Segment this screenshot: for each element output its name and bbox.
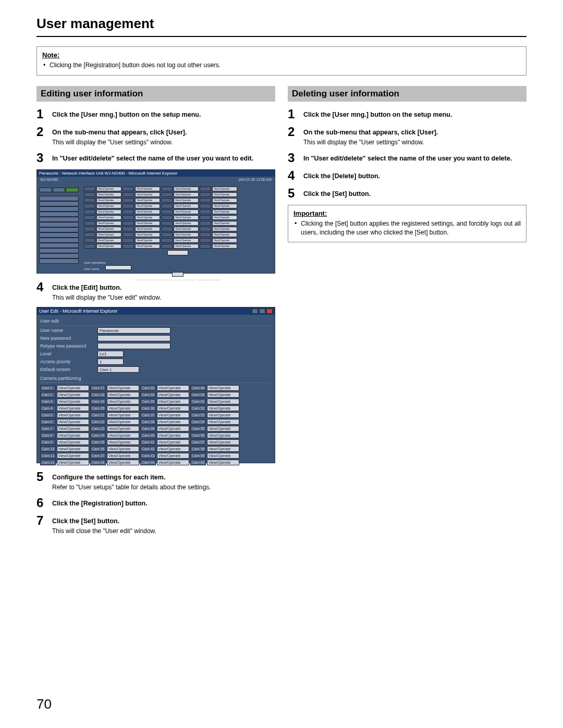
tab-cam[interactable]	[53, 188, 66, 192]
cam-permission-select[interactable]: View/Operate	[212, 209, 237, 214]
close-icon[interactable]	[266, 309, 273, 314]
cam-permission-select[interactable]: View/Operate	[157, 453, 189, 459]
maximize-icon[interactable]	[259, 309, 265, 314]
cam-permission-select[interactable]: View/Operate	[135, 192, 160, 197]
sidebar-button[interactable]	[39, 248, 79, 253]
sidebar-button[interactable]	[39, 212, 79, 217]
cam-permission-select[interactable]: View/Operate	[174, 187, 199, 191]
cam-permission-select[interactable]: View/Operate	[207, 385, 239, 391]
cam-permission-select[interactable]: View/Operate	[96, 192, 121, 197]
cam-permission-select[interactable]: View/Operate	[212, 198, 237, 203]
cam-permission-select[interactable]: View/Operate	[157, 405, 189, 411]
cam-permission-select[interactable]: View/Operate	[135, 187, 160, 191]
cam-permission-select[interactable]: View/Operate	[135, 238, 160, 243]
cam-permission-select[interactable]: View/Operate	[207, 453, 239, 459]
cam-permission-select[interactable]: View/Operate	[207, 426, 239, 431]
cam-permission-select[interactable]: View/Operate	[57, 392, 89, 398]
retype-password-input[interactable]	[97, 343, 170, 349]
cam-permission-select[interactable]: View/Operate	[174, 238, 199, 243]
cam-permission-select[interactable]: View/Operate	[174, 198, 199, 203]
level-select[interactable]: LV1	[97, 351, 124, 357]
sidebar-button[interactable]	[39, 232, 79, 238]
new-password-input[interactable]	[97, 335, 170, 341]
cam-permission-select[interactable]: View/Operate	[174, 192, 199, 197]
sidebar-button[interactable]	[39, 196, 79, 201]
cam-permission-select[interactable]: View/Operate	[174, 244, 199, 249]
cam-permission-select[interactable]: View/Operate	[57, 419, 89, 425]
priority-select[interactable]: 1	[97, 359, 124, 365]
cam-permission-select[interactable]: View/Operate	[135, 221, 160, 226]
cam-permission-select[interactable]: View/Operate	[107, 419, 139, 425]
cam-permission-select[interactable]: View/Operate	[212, 227, 237, 231]
cam-permission-select[interactable]: View/Operate	[207, 433, 239, 438]
cam-permission-select[interactable]: View/Operate	[107, 405, 139, 411]
cam-permission-select[interactable]: View/Operate	[96, 198, 121, 203]
cam-permission-select[interactable]: View/Operate	[96, 227, 121, 231]
cam-permission-select[interactable]: View/Operate	[107, 460, 139, 465]
cam-permission-select[interactable]: View/Operate	[157, 439, 189, 445]
cam-permission-select[interactable]: View/Operate	[157, 433, 189, 438]
cam-permission-select[interactable]: View/Operate	[174, 209, 199, 214]
sidebar-button[interactable]	[39, 243, 79, 248]
cam-permission-select[interactable]: View/Operate	[107, 453, 139, 459]
cam-permission-select[interactable]: View/Operate	[157, 392, 189, 398]
sidebar-button[interactable]	[39, 206, 79, 212]
cam-permission-select[interactable]: View/Operate	[174, 227, 199, 231]
cam-permission-select[interactable]: View/Operate	[107, 439, 139, 445]
cam-permission-select[interactable]: View/Operate	[207, 439, 239, 445]
cam-permission-select[interactable]: View/Operate	[212, 204, 237, 208]
cam-permission-select[interactable]: View/Operate	[212, 244, 237, 249]
cam-permission-select[interactable]: View/Operate	[57, 433, 89, 438]
cam-permission-select[interactable]: View/Operate	[212, 221, 237, 226]
sidebar-button[interactable]	[39, 258, 79, 264]
cam-permission-select[interactable]: View/Operate	[157, 419, 189, 425]
cam-permission-select[interactable]: View/Operate	[207, 399, 239, 404]
cam-permission-select[interactable]: View/Operate	[107, 385, 139, 391]
registration-button[interactable]	[167, 250, 188, 255]
cam-permission-select[interactable]: View/Operate	[174, 232, 199, 237]
cam-permission-select[interactable]: View/Operate	[212, 215, 237, 220]
cam-permission-select[interactable]: View/Operate	[107, 426, 139, 431]
cam-permission-select[interactable]: View/Operate	[157, 399, 189, 404]
cam-permission-select[interactable]: View/Operate	[107, 433, 139, 438]
cam-permission-select[interactable]: View/Operate	[96, 221, 121, 226]
cam-permission-select[interactable]: View/Operate	[96, 187, 121, 191]
cam-permission-select[interactable]: View/Operate	[96, 244, 121, 249]
minimize-icon[interactable]	[252, 309, 258, 314]
cam-permission-select[interactable]: View/Operate	[157, 460, 189, 465]
cam-permission-select[interactable]: View/Operate	[57, 385, 89, 391]
tab-control[interactable]	[39, 188, 52, 192]
cam-permission-select[interactable]: View/Operate	[207, 460, 239, 465]
cam-permission-select[interactable]: View/Operate	[107, 446, 139, 452]
cam-permission-select[interactable]: View/Operate	[207, 405, 239, 411]
cam-permission-select[interactable]: View/Operate	[96, 215, 121, 220]
cam-permission-select[interactable]: View/Operate	[212, 238, 237, 243]
cam-permission-select[interactable]: View/Operate	[57, 446, 89, 452]
cam-permission-select[interactable]: View/Operate	[212, 187, 237, 191]
sidebar-button[interactable]	[39, 253, 79, 258]
cam-permission-select[interactable]: View/Operate	[57, 439, 89, 445]
set-button[interactable]	[172, 272, 183, 277]
cam-permission-select[interactable]: View/Operate	[57, 460, 89, 465]
cam-permission-select[interactable]: View/Operate	[135, 227, 160, 231]
cam-permission-select[interactable]: View/Operate	[96, 238, 121, 243]
cam-permission-select[interactable]: View/Operate	[135, 215, 160, 220]
cam-permission-select[interactable]: View/Operate	[207, 392, 239, 398]
cam-permission-select[interactable]: View/Operate	[207, 412, 239, 418]
cam-permission-select[interactable]: View/Operate	[135, 232, 160, 237]
cam-permission-select[interactable]: View/Operate	[212, 192, 237, 197]
default-screen-select[interactable]: Cam.1	[97, 366, 139, 373]
cam-permission-select[interactable]: View/Operate	[57, 453, 89, 459]
cam-permission-select[interactable]: View/Operate	[212, 232, 237, 237]
user-select[interactable]	[105, 265, 131, 270]
cam-permission-select[interactable]: View/Operate	[207, 446, 239, 452]
cam-permission-select[interactable]: View/Operate	[174, 215, 199, 220]
tab-setup[interactable]	[66, 188, 79, 192]
cam-permission-select[interactable]: View/Operate	[174, 204, 199, 208]
cam-permission-select[interactable]: View/Operate	[57, 412, 89, 418]
cam-permission-select[interactable]: View/Operate	[157, 412, 189, 418]
cam-permission-select[interactable]: View/Operate	[157, 446, 189, 452]
cam-permission-select[interactable]: View/Operate	[57, 405, 89, 411]
cam-permission-select[interactable]: View/Operate	[174, 221, 199, 226]
cam-permission-select[interactable]: View/Operate	[135, 204, 160, 208]
